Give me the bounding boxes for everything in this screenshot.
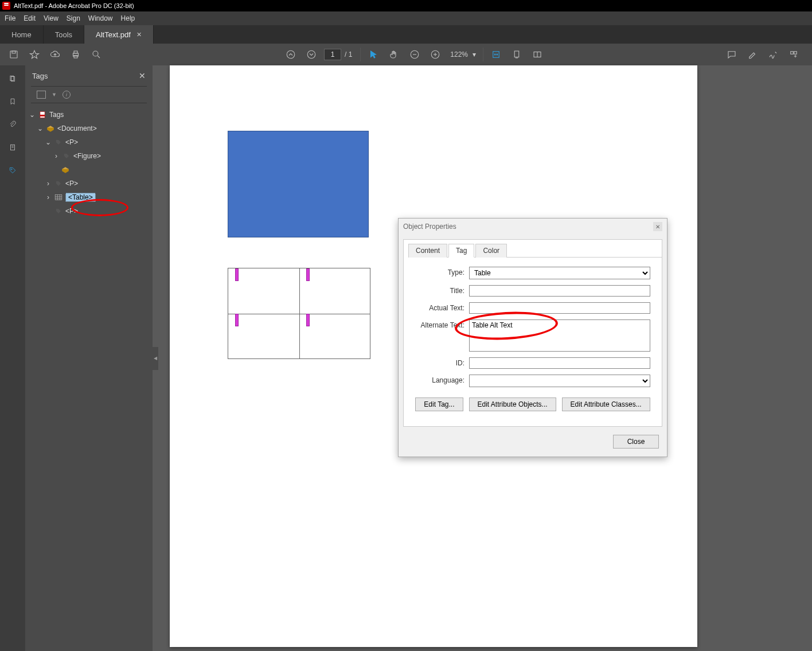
page-total: / 1 [345,50,352,59]
svg-point-9 [307,50,315,59]
chevron-down-icon[interactable]: ⌄ [45,138,52,146]
attachments-icon[interactable] [6,118,19,131]
box-icon [46,124,55,132]
pointer-icon[interactable] [365,46,381,63]
tab-home[interactable]: Home [0,25,44,44]
info-icon[interactable]: i [63,91,71,99]
alternate-text-field[interactable]: Table Alt Text [469,319,650,352]
type-select[interactable]: Table [469,267,650,279]
svg-rect-28 [40,115,45,116]
tag-icon [54,180,63,188]
svg-rect-19 [791,52,794,54]
svg-rect-4 [74,51,77,53]
tree-document[interactable]: ⌄ <Document> [29,122,149,135]
object-properties-dialog: Object Properties ✕ Content Tag Color Ty… [398,218,667,457]
tags-panel: Tags ✕ ▼ i ⌄ Tags ⌄ <Document> ⌄ <P> [25,65,153,651]
acrobat-icon [2,2,10,10]
menu-sign[interactable]: Sign [67,14,80,22]
tab-tools[interactable]: Tools [44,25,84,44]
tabbar: Home Tools AltText.pdf ✕ [0,25,812,44]
tree-p1[interactable]: ⌄ <P> [29,135,149,149]
page-down-icon[interactable] [303,46,319,63]
hand-icon[interactable] [386,46,402,63]
edit-attribute-objects-button[interactable]: Edit Attribute Objects... [469,397,556,411]
highlight-icon[interactable] [744,46,760,63]
save-icon[interactable] [6,46,22,63]
chevron-right-icon[interactable]: › [45,193,52,201]
svg-rect-5 [74,56,77,59]
close-button[interactable]: Close [613,435,659,449]
language-select[interactable] [469,375,650,387]
layers-icon[interactable] [6,141,19,154]
page-number-input[interactable] [324,49,341,60]
box-icon [61,166,70,174]
chevron-down-icon[interactable]: ⌄ [29,111,36,119]
tree-content[interactable] [29,163,149,177]
svg-rect-16 [514,51,519,57]
zoom-out-icon[interactable] [407,46,423,63]
tree-table[interactable]: › <Table> [29,190,149,204]
menu-edit[interactable]: Edit [24,14,36,22]
type-label: Type: [415,267,469,276]
star-icon[interactable] [26,46,42,63]
svg-point-6 [93,51,98,56]
svg-point-8 [287,50,295,59]
fit-page-icon[interactable] [509,46,525,63]
id-label: ID: [415,357,469,367]
zoom-in-icon[interactable] [427,46,443,63]
tree-p3[interactable]: <P> [29,204,149,218]
figure-rect [228,131,369,237]
search-icon[interactable] [88,46,104,63]
menu-view[interactable]: View [44,14,58,22]
svg-marker-2 [30,50,39,59]
close-panel-icon[interactable]: ✕ [139,71,146,80]
edit-attribute-classes-button[interactable]: Edit Attribute Classes... [562,397,650,411]
id-field[interactable] [469,357,650,369]
collapse-panel-icon[interactable]: ◀ [153,347,158,370]
chevron-right-icon[interactable]: › [45,180,52,188]
tag-icon [62,152,71,160]
chevron-right-icon[interactable]: › [53,152,60,160]
tree-p2[interactable]: › <P> [29,177,149,190]
dropdown-icon[interactable]: ▼ [52,92,57,98]
tab-color[interactable]: Color [475,244,507,258]
cell-marker [235,268,239,281]
sign-icon[interactable] [765,46,781,63]
menu-help[interactable]: Help [121,14,135,22]
bookmarks-icon[interactable] [6,95,19,108]
tree-figure[interactable]: › <Figure> [29,149,149,163]
tags-icon[interactable] [6,164,19,177]
title-label: Title: [415,285,469,295]
nav-rail [0,65,25,651]
close-icon[interactable]: ✕ [136,31,142,38]
cell-marker [306,268,310,281]
actual-text-field[interactable] [469,302,650,314]
zoom-dropdown-icon[interactable]: ▾ [473,50,476,59]
panel-toolbar: ▼ i [31,86,147,103]
tab-tag[interactable]: Tag [448,244,474,258]
svg-line-7 [97,56,100,58]
panel-title: Tags [32,72,48,80]
tab-content[interactable]: Content [408,244,447,258]
tag-icon [54,207,63,215]
comment-icon[interactable] [724,46,740,63]
language-label: Language: [415,375,469,384]
close-dialog-icon[interactable]: ✕ [653,222,662,231]
fit-width-icon[interactable] [488,46,504,63]
menu-file[interactable]: File [5,14,15,22]
read-mode-icon[interactable] [529,46,545,63]
title-field[interactable] [469,285,650,297]
more-tools-icon[interactable] [786,46,802,63]
svg-rect-1 [12,51,15,53]
options-icon[interactable] [37,91,46,99]
page-up-icon[interactable] [283,46,299,63]
edit-tag-button[interactable]: Edit Tag... [415,397,463,411]
tab-document[interactable]: AltText.pdf ✕ [84,25,154,44]
print-icon[interactable] [68,46,84,63]
menu-window[interactable]: Window [88,14,113,22]
svg-rect-0 [10,51,17,58]
thumbnails-icon[interactable] [6,72,19,85]
cloud-icon[interactable] [47,46,63,63]
tree-root[interactable]: ⌄ Tags [29,108,149,122]
chevron-down-icon[interactable]: ⌄ [37,124,44,132]
